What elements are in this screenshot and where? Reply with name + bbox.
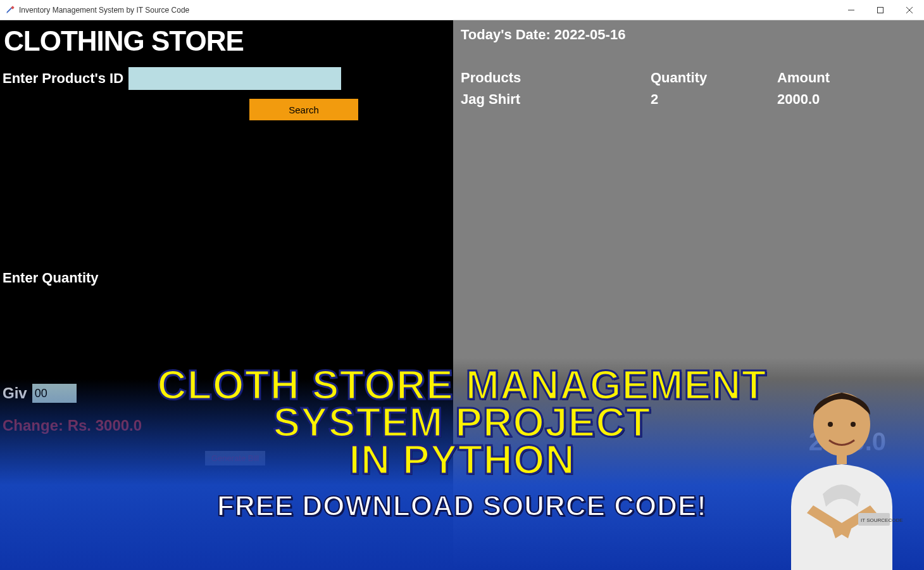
cell-product: Jag Shirt: [461, 91, 651, 108]
store-title: CLOTHING STORE: [4, 25, 451, 57]
total-label: 2000.0: [809, 428, 886, 456]
minimize-button[interactable]: [837, 0, 866, 20]
change-label: Change: Rs. 3000.0: [3, 417, 451, 434]
left-panel: CLOTHING STORE Enter Product's ID Search…: [0, 20, 453, 570]
quantity-label: Enter Quantity: [3, 270, 451, 286]
header-products: Products: [461, 70, 651, 86]
right-panel: Today's Date: 2022-05-16 Products Quanti…: [453, 20, 924, 570]
cart-header: Products Quantity Amount: [461, 70, 916, 86]
given-amount-label: Giv: [3, 384, 27, 402]
app-icon: [5, 5, 15, 15]
date-label: Today's Date: 2022-05-16: [461, 27, 916, 43]
header-amount: Amount: [777, 70, 916, 86]
window-title: Inventory Management System by IT Source…: [19, 6, 189, 15]
cell-quantity: 2: [651, 91, 777, 108]
titlebar: Inventory Management System by IT Source…: [0, 0, 924, 20]
window-controls: [837, 0, 924, 20]
generate-bill-button[interactable]: Generate Bill: [205, 451, 265, 466]
close-button[interactable]: [895, 0, 924, 20]
product-id-label: Enter Product's ID: [3, 70, 123, 87]
cell-amount: 2000.0: [777, 91, 916, 108]
header-quantity: Quantity: [651, 70, 777, 86]
svg-rect-1: [878, 7, 883, 13]
maximize-button[interactable]: [866, 0, 895, 20]
search-button[interactable]: Search: [249, 99, 358, 120]
product-id-input[interactable]: [128, 67, 341, 90]
given-amount-input[interactable]: [32, 384, 77, 403]
cart-row: Jag Shirt 2 2000.0: [461, 91, 916, 108]
